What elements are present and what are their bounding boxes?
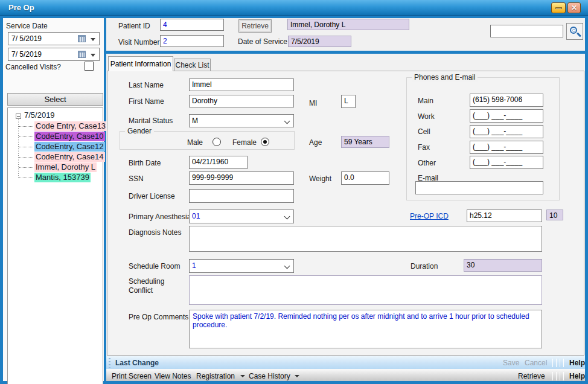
calendar-icon: [78, 35, 86, 42]
tree-collapse-icon[interactable]: [16, 114, 21, 119]
ssn-field[interactable]: 999-99-9999: [189, 171, 294, 185]
visit-number-field[interactable]: 2: [160, 35, 224, 47]
mi-field[interactable]: L: [341, 95, 356, 108]
help-button[interactable]: Help: [569, 359, 585, 367]
driver-license-label: Driver License: [129, 192, 175, 200]
primary-anesthesia-label: Primary Anesthesia: [129, 213, 191, 221]
cancelled-visits-checkbox[interactable]: [85, 62, 94, 71]
view-notes-button[interactable]: View Notes: [155, 372, 191, 380]
pre-op-comments-textarea[interactable]: Spoke with patient 7/2/19. Reminded noth…: [189, 310, 542, 348]
birth-date-field[interactable]: 04/21/1960: [189, 156, 248, 169]
tab-check-list[interactable]: Check List: [174, 59, 211, 71]
close-button[interactable]: ✕: [567, 2, 581, 13]
phone-fax-field[interactable]: (___) ___-____: [470, 141, 543, 154]
duration-label: Duration: [411, 262, 438, 270]
bottom-menu-bar: Print Screen View Notes Registration Cas…: [106, 370, 585, 381]
chevron-down-icon: [284, 263, 290, 269]
cancelled-visits-label: Cancelled Visits?: [5, 63, 61, 71]
first-name-label: First Name: [129, 97, 164, 106]
pre-op-icd-field[interactable]: h25.12: [467, 210, 542, 222]
search-button[interactable]: [566, 23, 583, 40]
toolbar-grip: [109, 358, 110, 368]
marital-status-label: Marital Status: [129, 117, 173, 125]
last-name-field[interactable]: Immel: [189, 78, 294, 91]
weight-field[interactable]: 0.0: [341, 171, 389, 185]
case-history-menu[interactable]: Case History: [249, 372, 290, 380]
primary-anesthesia-select[interactable]: 01: [189, 210, 294, 223]
phone-work-field[interactable]: (___) ___-____: [470, 109, 543, 123]
pre-op-icd-link[interactable]: Pre-OP ICD: [410, 212, 449, 220]
tree-node-immel[interactable]: Immel, Dorothy L: [34, 162, 97, 172]
phone-main-field[interactable]: (615) 598-7006: [470, 94, 543, 107]
tree-node-case12[interactable]: CodeEntry, Case12: [34, 142, 105, 152]
sidebar-panel: Service Date 7/ 5/2019 7/ 5/2019 Cancell…: [3, 18, 104, 381]
header-divider: [106, 51, 585, 54]
phone-other-label: Other: [418, 159, 436, 167]
phone-main-label: Main: [418, 97, 433, 105]
statusbar-separator: [552, 372, 553, 380]
help-bottom-button[interactable]: Help: [569, 372, 585, 380]
save-button[interactable]: Save: [503, 359, 519, 367]
tree-root-node[interactable]: 7/5/2019: [24, 110, 55, 120]
retrieve-bottom-button[interactable]: Retrieve: [518, 372, 545, 380]
statusbar-separator: [560, 372, 560, 380]
primary-anesthesia-value: 01: [192, 212, 200, 220]
birth-date-label: Birth Date: [129, 159, 161, 167]
service-date-from-picker[interactable]: 7/ 5/2019: [8, 32, 100, 45]
phone-work-label: Work: [418, 112, 435, 121]
toolbar-separator: [552, 359, 553, 367]
toolbar-separator: [560, 359, 560, 367]
search-icon: [570, 27, 577, 34]
tree-connector-line: [18, 119, 19, 178]
schedule-room-select[interactable]: 1: [189, 259, 294, 273]
date-of-service-label: Date of Service: [238, 37, 287, 46]
visit-number-label: Visit Number: [118, 38, 159, 46]
phone-cell-label: Cell: [418, 127, 430, 136]
weight-label: Weight: [309, 174, 331, 183]
cancel-button[interactable]: Cancel: [525, 359, 547, 367]
statusbar-separator: [563, 372, 564, 380]
age-display: 59 Years: [341, 136, 389, 148]
chevron-down-icon: [284, 214, 290, 220]
last-change-title: Last Change: [115, 359, 159, 367]
visits-tree: 7/5/2019 Code Entry, Case13 CodeEntry, C…: [7, 107, 103, 384]
print-screen-button[interactable]: Print Screen: [112, 372, 152, 380]
male-radio[interactable]: [213, 138, 221, 146]
select-button[interactable]: Select: [7, 93, 103, 106]
tree-node-mantis[interactable]: Mantis, 153739: [34, 173, 91, 182]
tab-patient-information[interactable]: Patient Information: [108, 56, 173, 71]
diagnosis-notes-textarea[interactable]: [189, 226, 542, 252]
pre-op-comments-label: Pre Op Comments: [129, 313, 188, 321]
last-name-label: Last Name: [129, 81, 164, 89]
schedule-room-label: Schedule Room: [129, 262, 180, 270]
marital-status-value: M: [192, 117, 198, 125]
tree-node-case10[interactable]: CodeEntry, Case10: [34, 132, 105, 141]
registration-menu[interactable]: Registration: [196, 372, 235, 380]
retrieve-button[interactable]: Retrieve: [238, 19, 272, 33]
female-radio[interactable]: [261, 138, 269, 146]
marital-status-select[interactable]: M: [189, 114, 294, 127]
patient-id-field[interactable]: 4: [160, 19, 224, 31]
chevron-down-icon: [295, 375, 299, 377]
patient-name-display: Immel, Dorothy L: [287, 19, 409, 30]
service-date-to-picker[interactable]: 7/ 5/2019: [8, 48, 100, 61]
tree-node-case14[interactable]: CodeEntry, Case14: [34, 152, 105, 162]
tree-node-case13[interactable]: Code Entry, Case13: [34, 121, 107, 131]
scheduling-conflict-display: [189, 275, 542, 305]
first-name-field[interactable]: Dorothy: [189, 95, 294, 107]
minimize-icon: [555, 7, 562, 9]
phone-other-field[interactable]: (___) ___-____: [470, 156, 543, 169]
date-of-service-display: 7/5/2019: [288, 36, 351, 47]
driver-license-field[interactable]: [189, 189, 294, 203]
chevron-down-icon: [284, 118, 290, 124]
toolbar-separator: [563, 359, 564, 367]
chevron-down-icon: [240, 375, 245, 377]
age-label: Age: [309, 138, 322, 147]
phone-cell-field[interactable]: (___) ___-____: [470, 125, 543, 138]
email-field[interactable]: [415, 181, 543, 194]
search-input[interactable]: [490, 25, 563, 37]
window-title: Pre Op: [8, 3, 34, 12]
service-date-label: Service Date: [6, 22, 48, 30]
main-panel: Patient ID 4 Visit Number 2 Retrieve Imm…: [106, 18, 585, 381]
minimize-button[interactable]: [551, 2, 566, 13]
